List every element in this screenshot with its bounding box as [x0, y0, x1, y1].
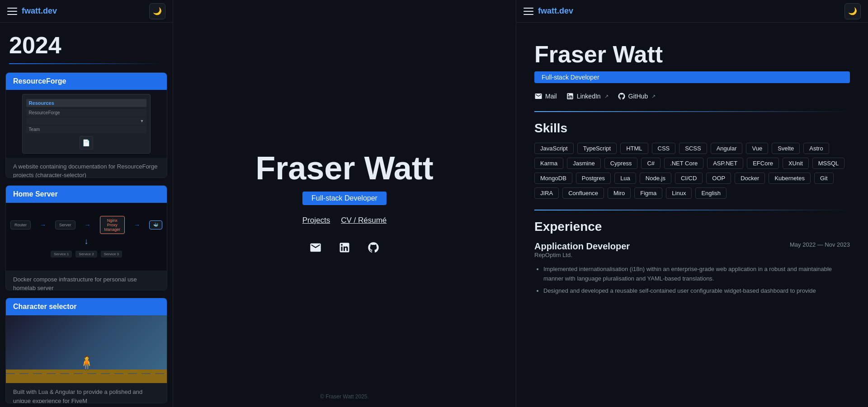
- hs-node-server: Server: [55, 220, 75, 229]
- skill-tag-linux: Linux: [666, 187, 692, 199]
- project-card-homeserver[interactable]: Home Server Router → Server → Nginx Prox…: [5, 185, 167, 291]
- right-navbar: fwatt.dev 🌙: [516, 0, 868, 23]
- skill-tag-figma: Figma: [634, 187, 662, 199]
- skill-tag-mssql: MSSQL: [812, 158, 845, 169]
- job-entry: Application Developer RepOptim Ltd. May …: [534, 241, 850, 295]
- job-bullets: Implemented internationalisation (i18n) …: [534, 265, 850, 295]
- skill-tag-git: Git: [814, 173, 834, 184]
- job-dates: May 2022 — Nov 2023: [790, 241, 850, 248]
- right-theme-button[interactable]: 🌙: [844, 3, 861, 19]
- right-links: Mail LinkedIn ↗ GitHub ↗: [516, 92, 868, 111]
- skills-title: Skills: [516, 121, 868, 143]
- right-navbar-title[interactable]: fwatt.dev: [538, 6, 573, 16]
- skill-tag-efcore: EFCore: [747, 158, 779, 169]
- right-mail-label: Mail: [545, 93, 557, 100]
- skill-tag-c-: C#: [641, 158, 660, 169]
- middle-panel: Fraser Watt Full-stack Developer Project…: [173, 0, 516, 407]
- skill-tag-vue: Vue: [746, 143, 768, 154]
- skill-tag-angular: Angular: [711, 143, 743, 154]
- cs-figure: 🧍: [78, 355, 95, 370]
- linkedin-ext-icon: ↗: [604, 94, 609, 99]
- footer-copy: © Fraser Watt 2025.: [320, 393, 369, 400]
- right-linkedin-label: LinkedIn: [577, 93, 601, 100]
- skill-tag-css: CSS: [652, 143, 676, 154]
- skill-tag-xunit: XUnit: [783, 158, 809, 169]
- hs-service-1: Service 1: [51, 251, 72, 257]
- hs-node-nginx: Nginx Proxy Manager: [100, 216, 125, 234]
- hs-arrow-2: →: [85, 221, 91, 229]
- right-linkedin-link[interactable]: LinkedIn ↗: [566, 92, 609, 100]
- skill-tag-lua: Lua: [614, 173, 636, 184]
- right-divider-2: [534, 210, 850, 211]
- skill-tag-docker: Docker: [735, 173, 765, 184]
- hs-arrow-1: →: [40, 221, 46, 229]
- hs-node-docker: 🐳: [149, 220, 162, 229]
- skill-tag-kubernetes: Kubernetes: [769, 173, 811, 184]
- middle-icons: [307, 239, 382, 257]
- hs-service-3: Service 3: [101, 251, 122, 257]
- middle-badge: Full-stack Developer: [302, 192, 387, 205]
- project-desc-homeserver: Docker compose infrastructure for person…: [6, 271, 167, 291]
- skill-tag-cypress: Cypress: [604, 158, 638, 169]
- job-bullet: Implemented internationalisation (i18n) …: [543, 265, 850, 284]
- hamburger-icon[interactable]: [7, 8, 17, 15]
- left-navbar: fwatt.dev 🌙: [0, 0, 173, 23]
- hs-service-2: Service 2: [75, 251, 97, 257]
- left-navbar-left: fwatt.dev: [7, 6, 57, 16]
- project-card-charselector[interactable]: Character selector 🧍 Built with Lua & An…: [5, 298, 167, 403]
- left-panel: fwatt.dev 🌙 2024 ResourceForge Resources…: [0, 0, 173, 407]
- year-heading: 2024: [0, 23, 173, 63]
- year-divider: [9, 63, 164, 64]
- skill-tag-html: HTML: [620, 143, 648, 154]
- skill-tag-jasmine: Jasmine: [567, 158, 600, 169]
- skill-tag-jira: JIRA: [534, 187, 559, 199]
- github-ext-icon: ↗: [651, 94, 656, 99]
- skill-tag-miro: Miro: [608, 187, 631, 199]
- nav-projects[interactable]: Projects: [302, 216, 330, 225]
- skill-tag-astro: Astro: [803, 143, 829, 154]
- job-company: RepOptim Ltd.: [534, 252, 630, 258]
- job-title: Application Developer: [534, 241, 630, 252]
- project-desc-resourceforge: A website containing documentation for R…: [6, 158, 167, 178]
- skill-tag-asp-net: ASP.NET: [707, 158, 743, 169]
- project-image-charselector: 🧍: [6, 315, 167, 383]
- skills-grid: JavaScriptTypeScriptHTMLCSSSCSSAngularVu…: [516, 143, 868, 210]
- project-title-resourceforge: ResourceForge: [6, 73, 167, 90]
- right-github-label: GitHub: [628, 93, 648, 100]
- project-desc-charselector: Built with Lua & Angular to provide a po…: [6, 383, 167, 403]
- experience-section: Application Developer RepOptim Ltd. May …: [516, 241, 868, 307]
- skill-tag-karma: Karma: [534, 158, 563, 169]
- skill-tag-oop: OOP: [706, 173, 731, 184]
- skill-tag--net-core: .NET Core: [664, 158, 703, 169]
- skill-tag-typescript: TypeScript: [577, 143, 617, 154]
- skill-tag-javascript: JavaScript: [534, 143, 574, 154]
- skill-tag-scss: SCSS: [679, 143, 707, 154]
- nav-cv[interactable]: CV / Résumé: [341, 216, 387, 225]
- right-github-link[interactable]: GitHub ↗: [618, 92, 656, 100]
- skill-tag-ci-cd: CI/CD: [675, 173, 703, 184]
- middle-nav: Projects CV / Résumé: [302, 216, 387, 225]
- middle-name: Fraser Watt: [255, 150, 433, 186]
- hs-arrow-3: →: [134, 221, 140, 229]
- linkedin-icon[interactable]: [335, 239, 354, 257]
- right-hamburger-icon[interactable]: [524, 8, 533, 15]
- hs-node-router: Router: [10, 220, 31, 229]
- github-icon[interactable]: [364, 239, 382, 257]
- right-navbar-left: fwatt.dev: [524, 6, 573, 16]
- experience-title: Experience: [516, 220, 868, 241]
- project-card-resourceforge[interactable]: ResourceForge Resources ResourceForge ▼ …: [5, 72, 167, 178]
- right-panel: fwatt.dev 🌙 Fraser Watt Full-stack Devel…: [516, 0, 868, 407]
- job-bullet: Designed and developed a reusable self-c…: [543, 286, 850, 296]
- project-image-resourceforge: Resources ResourceForge ▼ Team 📄: [6, 90, 167, 158]
- project-image-homeserver: Router → Server → Nginx Proxy Manager → …: [6, 203, 167, 271]
- left-navbar-title[interactable]: fwatt.dev: [22, 6, 57, 16]
- skill-tag-svelte: Svelte: [772, 143, 800, 154]
- mail-icon[interactable]: [307, 239, 325, 257]
- right-divider-1: [534, 111, 850, 112]
- project-title-charselector: Character selector: [6, 298, 167, 315]
- right-mail-link[interactable]: Mail: [534, 92, 557, 100]
- left-theme-button[interactable]: 🌙: [149, 3, 165, 19]
- skill-tag-postgres: Postgres: [576, 173, 611, 184]
- skill-tag-mongodb: MongoDB: [534, 173, 572, 184]
- project-title-homeserver: Home Server: [6, 186, 167, 203]
